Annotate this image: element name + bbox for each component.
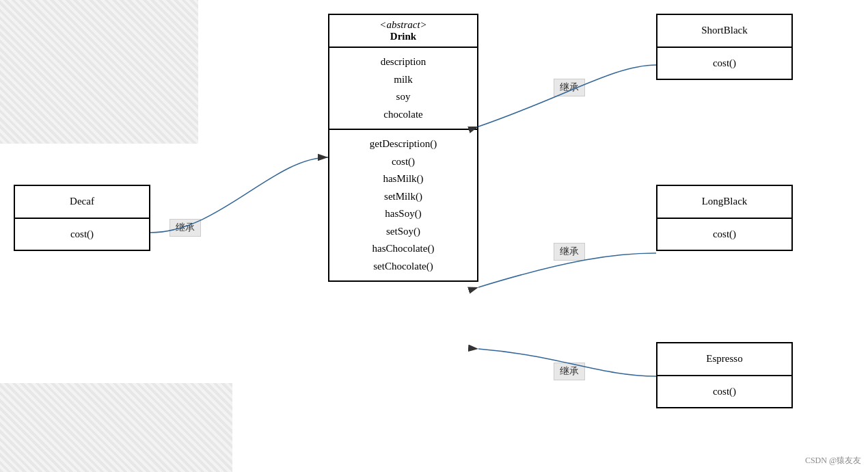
longblack-methods: cost(): [657, 219, 791, 250]
drink-abstract-label: <abstract> Drink: [329, 15, 477, 48]
drink-class-name: Drink: [338, 31, 469, 42]
drink-class: <abstract> Drink description milk soy ch…: [328, 14, 478, 282]
decaf-class: Decaf cost(): [14, 185, 150, 251]
drink-methods: getDescription() cost() hasMilk() setMil…: [329, 130, 477, 280]
espresso-class-name: Espresso: [657, 343, 791, 376]
inherit-label-longblack: 继承: [554, 243, 585, 261]
decaf-class-name: Decaf: [15, 186, 149, 219]
blurred-bottom-left: [0, 383, 232, 472]
inherit-label-shortblack: 继承: [554, 79, 585, 96]
espresso-class: Espresso cost(): [656, 342, 793, 408]
espresso-methods: cost(): [657, 376, 791, 408]
shortblack-class: ShortBlack cost(): [656, 14, 793, 80]
longblack-class: LongBlack cost(): [656, 185, 793, 251]
shortblack-class-name: ShortBlack: [657, 15, 791, 48]
shortblack-methods: cost(): [657, 48, 791, 79]
decaf-methods: cost(): [15, 219, 149, 250]
longblack-class-name: LongBlack: [657, 186, 791, 219]
inherit-label-espresso: 继承: [554, 363, 585, 380]
blurred-top-left: [0, 0, 198, 144]
drink-fields: description milk soy chocolate: [329, 48, 477, 130]
watermark: CSDN @猿友友: [805, 455, 861, 467]
inherit-label-decaf: 继承: [169, 219, 201, 237]
